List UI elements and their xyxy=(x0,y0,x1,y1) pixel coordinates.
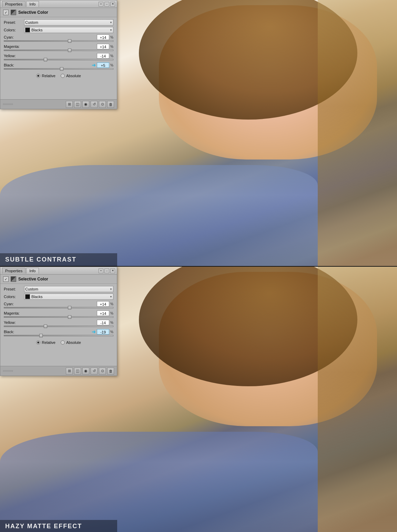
magenta-label-1: Magenta: xyxy=(4,44,20,49)
black-thumb-2[interactable] xyxy=(39,334,43,337)
magenta-track-2[interactable] xyxy=(4,316,113,318)
cyan-thumb-2[interactable] xyxy=(68,306,71,309)
tab-properties-1[interactable]: Properties xyxy=(2,1,26,7)
yellow-label-1: Yellow: xyxy=(4,54,16,58)
tab-info-1[interactable]: Info xyxy=(26,1,39,7)
minimize-btn-2[interactable]: – xyxy=(104,268,109,273)
tab-properties-2[interactable]: Properties xyxy=(2,268,26,274)
eye2-btn-1[interactable]: ⊙ xyxy=(99,101,106,108)
black-slider-1: Black: ➜ +5 % xyxy=(4,62,113,70)
radio-relative-label-1: Relative xyxy=(42,74,55,78)
magenta-track-1[interactable] xyxy=(4,50,113,51)
yellow-slider-1: Yellow: -14 % xyxy=(4,53,113,60)
panel-titlebar-2: Properties Info « – ✕ xyxy=(0,267,117,275)
black-pct-1: % xyxy=(110,63,113,67)
window-controls-2: « – ✕ xyxy=(99,268,115,273)
reset-btn-2[interactable]: ↺ xyxy=(91,368,98,375)
radio-absolute-2[interactable]: Absolute xyxy=(61,340,81,345)
radio-relative-2[interactable]: Relative xyxy=(36,340,55,345)
minimize-btn-1[interactable]: – xyxy=(104,2,109,7)
tab-info-2[interactable]: Info xyxy=(26,268,39,274)
yellow-thumb-2[interactable] xyxy=(44,325,47,328)
arrow-icon-2: ➜ xyxy=(92,329,96,335)
preset-row-2: Preset: Custom ▼ xyxy=(4,286,113,292)
eye2-btn-2[interactable]: ⊙ xyxy=(99,368,106,375)
cyan-label-1: Cyan: xyxy=(4,35,14,39)
layer-type-icon-2 xyxy=(11,276,16,282)
ps-panel-2: Properties Info « – ✕ ✓ Selective Color … xyxy=(0,267,117,376)
magenta-slider-2: Magenta: +14 % xyxy=(4,310,113,318)
black-slider-2: Black: ➜ -19 % xyxy=(4,329,113,336)
delete-btn-2[interactable]: 🗑 xyxy=(107,368,114,375)
yellow-track-2[interactable] xyxy=(4,326,113,327)
colors-select-2[interactable]: Blacks ▼ xyxy=(24,294,113,300)
cyan-value-2[interactable]: +14 xyxy=(97,301,109,307)
layer-type-icon-1 xyxy=(11,10,16,15)
black-value-2[interactable]: -19 xyxy=(97,329,109,335)
visibility-icon-2[interactable]: ✓ xyxy=(3,276,9,282)
magenta-slider-1: Magenta: +14 % xyxy=(4,44,113,51)
cyan-pct-2: % xyxy=(110,302,113,306)
black-label-1: Black: xyxy=(4,63,14,67)
cyan-slider-1: Cyan: +14 % xyxy=(4,34,113,42)
eye-btn-2[interactable]: ◉ xyxy=(82,368,89,375)
black-track-2[interactable] xyxy=(4,335,113,336)
color-swatch-1 xyxy=(25,28,30,32)
reset-btn-1[interactable]: ↺ xyxy=(91,101,98,108)
preset-select-1[interactable]: Custom ▼ xyxy=(24,19,113,25)
visibility-icon-1[interactable]: ✓ xyxy=(3,10,9,15)
preset-label-1: Preset: xyxy=(4,20,23,24)
add-btn-1[interactable]: ⊞ xyxy=(66,101,73,108)
radio-relative-1[interactable]: Relative xyxy=(36,74,55,78)
preset-row-1: Preset: Custom ▼ xyxy=(4,19,113,25)
panel-header-2: ✓ Selective Color xyxy=(0,275,117,284)
black-value-1[interactable]: +5 xyxy=(97,62,109,68)
grip-handle-2 xyxy=(3,370,13,372)
collapse-btn-2[interactable]: « xyxy=(99,268,103,273)
radio-absolute-circle-1[interactable] xyxy=(61,74,65,78)
panel-tabs-2: Properties Info xyxy=(2,268,39,274)
cyan-label-2: Cyan: xyxy=(4,302,14,306)
yellow-slider-2: Yellow: -14 % xyxy=(4,320,113,327)
color-swatch-2 xyxy=(25,294,30,299)
cyan-thumb-1[interactable] xyxy=(68,39,71,43)
panel-title-1: Selective Color xyxy=(18,10,48,15)
magenta-value-1[interactable]: +14 xyxy=(97,44,109,49)
cyan-track-1[interactable] xyxy=(4,40,113,42)
radio-row-2: Relative Absolute xyxy=(4,338,113,347)
magenta-thumb-2[interactable] xyxy=(68,315,71,319)
black-thumb-1[interactable] xyxy=(60,67,63,71)
delete-btn-1[interactable]: 🗑 xyxy=(107,101,114,108)
yellow-value-2[interactable]: -14 xyxy=(97,320,109,325)
layer-btn-1[interactable]: ◫ xyxy=(74,101,81,108)
yellow-pct-2: % xyxy=(110,321,113,325)
radio-absolute-circle-2[interactable] xyxy=(61,340,65,345)
radio-relative-circle-1[interactable] xyxy=(36,74,40,78)
preset-select-2[interactable]: Custom ▼ xyxy=(24,286,113,292)
panel-body-1: Preset: Custom ▼ Colors: Blacks ▼ Cyan: xyxy=(0,17,117,99)
colors-select-1[interactable]: Blacks ▼ xyxy=(24,27,113,33)
close-btn-2[interactable]: ✕ xyxy=(110,268,115,273)
colors-row-2: Colors: Blacks ▼ xyxy=(4,294,113,300)
radio-relative-circle-2[interactable] xyxy=(36,340,40,345)
yellow-value-1[interactable]: -14 xyxy=(97,53,109,59)
panel-footer-1: ⊞ ◫ ◉ ↺ ⊙ 🗑 xyxy=(0,99,117,109)
arrow-icon-1: ➜ xyxy=(92,62,96,68)
cyan-value-1[interactable]: +14 xyxy=(97,34,109,40)
layer-btn-2[interactable]: ◫ xyxy=(74,368,81,375)
cyan-track-2[interactable] xyxy=(4,307,113,308)
collapse-btn-1[interactable]: « xyxy=(99,2,103,7)
panel-titlebar-1: Properties Info « – ✕ xyxy=(0,0,117,8)
add-btn-2[interactable]: ⊞ xyxy=(66,368,73,375)
magenta-thumb-1[interactable] xyxy=(68,49,71,52)
close-btn-1[interactable]: ✕ xyxy=(110,2,115,7)
yellow-track-1[interactable] xyxy=(4,59,113,60)
magenta-value-2[interactable]: +14 xyxy=(97,310,109,316)
radio-row-1: Relative Absolute xyxy=(4,72,113,80)
cyan-pct-1: % xyxy=(110,35,113,39)
panel-footer-2: ⊞ ◫ ◉ ↺ ⊙ 🗑 xyxy=(0,366,117,376)
yellow-thumb-1[interactable] xyxy=(44,58,47,61)
black-track-1[interactable] xyxy=(4,68,113,70)
eye-btn-1[interactable]: ◉ xyxy=(82,101,89,108)
radio-absolute-1[interactable]: Absolute xyxy=(61,74,81,78)
